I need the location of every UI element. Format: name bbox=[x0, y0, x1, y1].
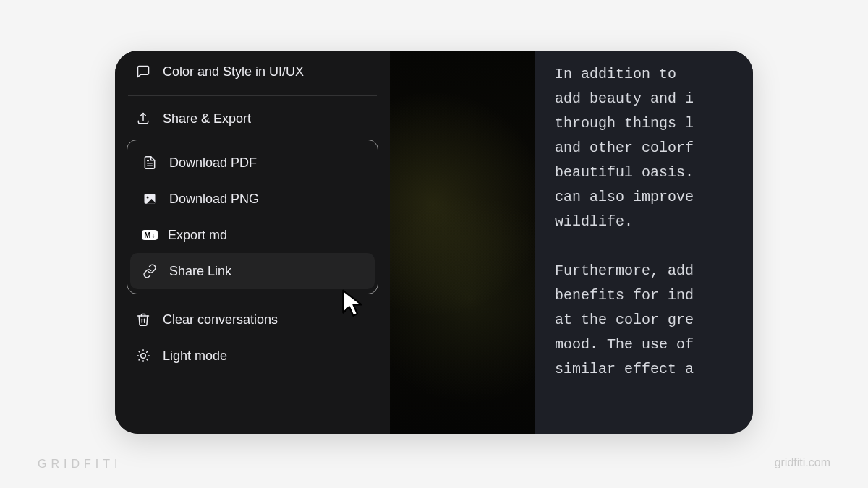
download-png-item[interactable]: Download PNG bbox=[130, 181, 375, 217]
preview-image bbox=[390, 51, 535, 434]
download-pdf-item[interactable]: Download PDF bbox=[130, 145, 375, 181]
svg-line-9 bbox=[139, 351, 140, 352]
svg-line-14 bbox=[147, 351, 148, 352]
sun-icon bbox=[135, 348, 151, 364]
file-text-icon bbox=[142, 155, 158, 171]
divider bbox=[128, 95, 377, 96]
download-png-label: Download PNG bbox=[169, 192, 259, 207]
link-icon bbox=[142, 263, 158, 279]
svg-point-6 bbox=[141, 354, 146, 359]
message-square-icon bbox=[135, 64, 151, 80]
share-link-item[interactable]: Share Link bbox=[130, 253, 375, 289]
share-export-label: Share & Export bbox=[163, 111, 251, 127]
sidebar: Color and Style in UI/UX Share & Export bbox=[115, 51, 390, 434]
clear-conversations-item[interactable]: Clear conversations bbox=[125, 301, 380, 338]
conversation-title: Color and Style in UI/UX bbox=[163, 64, 304, 80]
clear-conversations-label: Clear conversations bbox=[163, 312, 278, 328]
upload-icon bbox=[135, 111, 151, 127]
svg-line-10 bbox=[147, 359, 148, 360]
content-text: In addition to add beauty and i through … bbox=[535, 51, 753, 434]
export-options-box: Download PDF Download PNG M↓ Export md bbox=[127, 140, 378, 294]
brand-logo-text: GRIDFITI bbox=[38, 458, 122, 471]
export-md-item[interactable]: M↓ Export md bbox=[130, 217, 375, 253]
markdown-icon: M↓ bbox=[142, 227, 158, 243]
brand-url: gridfiti.com bbox=[775, 456, 830, 469]
share-export-item[interactable]: Share & Export bbox=[125, 100, 380, 137]
sidebar-conversation-item[interactable]: Color and Style in UI/UX bbox=[125, 51, 380, 95]
download-pdf-label: Download PDF bbox=[169, 155, 257, 171]
share-link-label: Share Link bbox=[169, 264, 231, 279]
app-card: Color and Style in UI/UX Share & Export bbox=[115, 51, 753, 434]
image-icon bbox=[142, 191, 158, 207]
trash-icon bbox=[135, 312, 151, 328]
light-mode-item[interactable]: Light mode bbox=[125, 338, 380, 374]
light-mode-label: Light mode bbox=[163, 348, 227, 364]
export-md-label: Export md bbox=[168, 228, 227, 243]
svg-point-5 bbox=[147, 196, 149, 198]
svg-line-13 bbox=[139, 359, 140, 360]
